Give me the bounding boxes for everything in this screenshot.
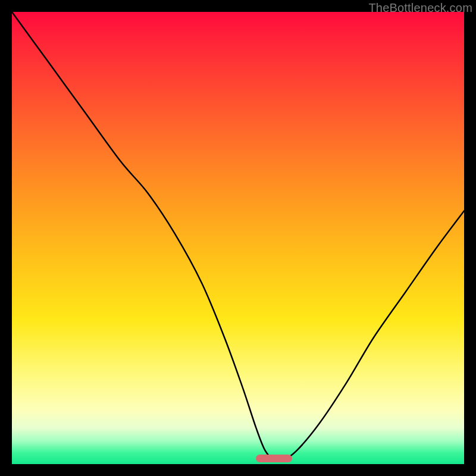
optimal-range-marker — [256, 455, 292, 462]
plot-area — [12, 12, 464, 464]
chart-frame: TheBottleneck.com — [0, 0, 476, 476]
bottleneck-curve — [12, 12, 464, 464]
